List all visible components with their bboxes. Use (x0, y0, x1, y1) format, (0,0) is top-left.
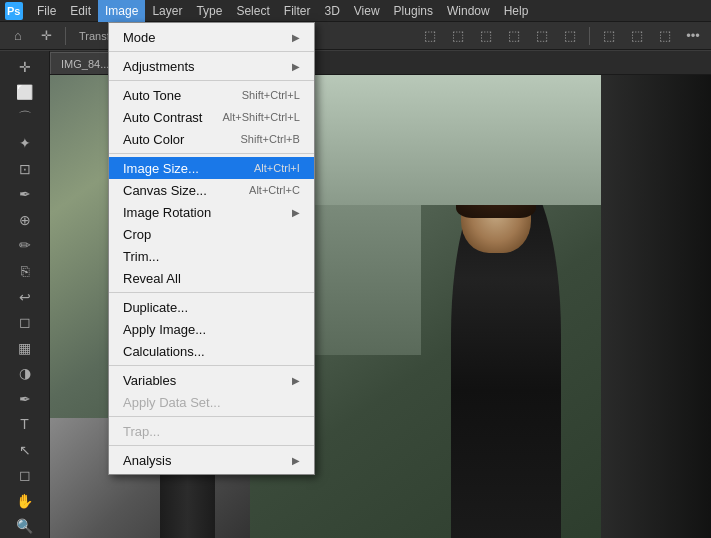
image-menu-dropdown: Mode ▶ Adjustments ▶ Auto Tone Shift+Ctr… (108, 22, 315, 475)
dropdown-section-analysis: Analysis ▶ (109, 446, 314, 474)
lasso-tool[interactable]: ⌒ (11, 106, 39, 130)
align-right-btn[interactable]: ⬚ (474, 24, 498, 48)
marquee-tool[interactable]: ⬜ (11, 81, 39, 105)
eraser-tool[interactable]: ◻ (11, 310, 39, 334)
dropdown-section-mode: Mode ▶ (109, 23, 314, 52)
menu-window[interactable]: Window (440, 0, 497, 22)
hand-tool[interactable]: ✋ (11, 489, 39, 513)
menu-help[interactable]: Help (497, 0, 536, 22)
menu-3d[interactable]: 3D (317, 0, 346, 22)
move-tool-btn[interactable]: ✛ (34, 24, 58, 48)
menu-item-mode[interactable]: Mode ▶ (109, 26, 314, 48)
shape-tool[interactable]: ◻ (11, 464, 39, 488)
menu-layer[interactable]: Layer (145, 0, 189, 22)
menu-select[interactable]: Select (229, 0, 276, 22)
distribute2-btn[interactable]: ⬚ (625, 24, 649, 48)
healing-brush-tool[interactable]: ⊕ (11, 208, 39, 232)
align-bottom-btn[interactable]: ⬚ (558, 24, 582, 48)
text-tool[interactable]: T (11, 412, 39, 436)
menu-item-canvas-size[interactable]: Canvas Size... Alt+Ctrl+C (109, 179, 314, 201)
menu-item-trap: Trap... (109, 420, 314, 442)
analysis-submenu-arrow: ▶ (292, 455, 300, 466)
person-silhouette (421, 158, 601, 538)
align-center-h-btn[interactable]: ⬚ (446, 24, 470, 48)
menu-bar: Ps File Edit Image Layer Type Select Fil… (0, 0, 711, 22)
toolbar-right: ⬚ ⬚ ⬚ ⬚ ⬚ ⬚ ⬚ ⬚ ⬚ ••• (418, 24, 705, 48)
dropdown-section-adjustments: Adjustments ▶ (109, 52, 314, 81)
menu-item-image-rotation[interactable]: Image Rotation ▶ (109, 201, 314, 223)
menu-item-calculations[interactable]: Calculations... (109, 340, 314, 362)
menu-item-analysis[interactable]: Analysis ▶ (109, 449, 314, 471)
gradient-tool[interactable]: ▦ (11, 336, 39, 360)
home-btn[interactable]: ⌂ (6, 24, 30, 48)
dodge-tool[interactable]: ◑ (11, 361, 39, 385)
dropdown-section-size: Image Size... Alt+Ctrl+I Canvas Size... … (109, 154, 314, 293)
brush-tool[interactable]: ✏ (11, 234, 39, 258)
adjustments-submenu-arrow: ▶ (292, 61, 300, 72)
dropdown-section-variables: Variables ▶ Apply Data Set... (109, 366, 314, 417)
menu-item-reveal-all[interactable]: Reveal All (109, 267, 314, 289)
toolbar-sep-1 (65, 27, 66, 45)
distribute-btn[interactable]: ⬚ (597, 24, 621, 48)
ps-logo: Ps (4, 1, 24, 21)
menu-image[interactable]: Image (98, 0, 145, 22)
menu-item-apply-image[interactable]: Apply Image... (109, 318, 314, 340)
menu-item-image-size[interactable]: Image Size... Alt+Ctrl+I (109, 157, 314, 179)
path-select-tool[interactable]: ↖ (11, 438, 39, 462)
dropdown-menu: Mode ▶ Adjustments ▶ Auto Tone Shift+Ctr… (108, 22, 315, 475)
pillar-right (601, 75, 711, 538)
dropdown-section-operations: Duplicate... Apply Image... Calculations… (109, 293, 314, 366)
menu-file[interactable]: File (30, 0, 63, 22)
quick-select-tool[interactable]: ✦ (11, 132, 39, 156)
menu-filter[interactable]: Filter (277, 0, 318, 22)
menu-item-duplicate[interactable]: Duplicate... (109, 296, 314, 318)
menu-view[interactable]: View (347, 0, 387, 22)
svg-text:Ps: Ps (7, 5, 20, 17)
variables-submenu-arrow: ▶ (292, 375, 300, 386)
menu-type[interactable]: Type (189, 0, 229, 22)
menu-item-variables[interactable]: Variables ▶ (109, 369, 314, 391)
toolbar: ⌂ ✛ Transform Controls ⬚ ⬚ ⬚ ⬚ ⬚ ⬚ ⬚ ⬚ ⬚… (0, 22, 711, 50)
menu-item-auto-tone[interactable]: Auto Tone Shift+Ctrl+L (109, 84, 314, 106)
menu-item-apply-data-set: Apply Data Set... (109, 391, 314, 413)
history-brush-tool[interactable]: ↩ (11, 285, 39, 309)
distribute3-btn[interactable]: ⬚ (653, 24, 677, 48)
menu-plugins[interactable]: Plugins (387, 0, 440, 22)
mode-submenu-arrow: ▶ (292, 32, 300, 43)
dropdown-section-trap: Trap... (109, 417, 314, 446)
crop-tool[interactable]: ⊡ (11, 157, 39, 181)
dropdown-section-auto: Auto Tone Shift+Ctrl+L Auto Contrast Alt… (109, 81, 314, 154)
zoom-tool[interactable]: 🔍 (11, 515, 39, 538)
stamp-tool[interactable]: ⎘ (11, 259, 39, 283)
align-center-v-btn[interactable]: ⬚ (530, 24, 554, 48)
more-btn[interactable]: ••• (681, 24, 705, 48)
menu-item-trim[interactable]: Trim... (109, 245, 314, 267)
menu-item-auto-color[interactable]: Auto Color Shift+Ctrl+B (109, 128, 314, 150)
align-left-btn[interactable]: ⬚ (418, 24, 442, 48)
menu-item-crop[interactable]: Crop (109, 223, 314, 245)
toolbar-sep-2 (589, 27, 590, 45)
image-rotation-submenu-arrow: ▶ (292, 207, 300, 218)
menu-item-auto-contrast[interactable]: Auto Contrast Alt+Shift+Ctrl+L (109, 106, 314, 128)
menu-item-adjustments[interactable]: Adjustments ▶ (109, 55, 314, 77)
left-panel: ✛ ⬜ ⌒ ✦ ⊡ ✒ ⊕ ✏ ⎘ ↩ ◻ ▦ ◑ ✒ T ↖ ◻ ✋ 🔍 (0, 51, 50, 538)
eyedropper-tool[interactable]: ✒ (11, 183, 39, 207)
move-tool[interactable]: ✛ (11, 55, 39, 79)
pen-tool[interactable]: ✒ (11, 387, 39, 411)
align-top-btn[interactable]: ⬚ (502, 24, 526, 48)
menu-edit[interactable]: Edit (63, 0, 98, 22)
